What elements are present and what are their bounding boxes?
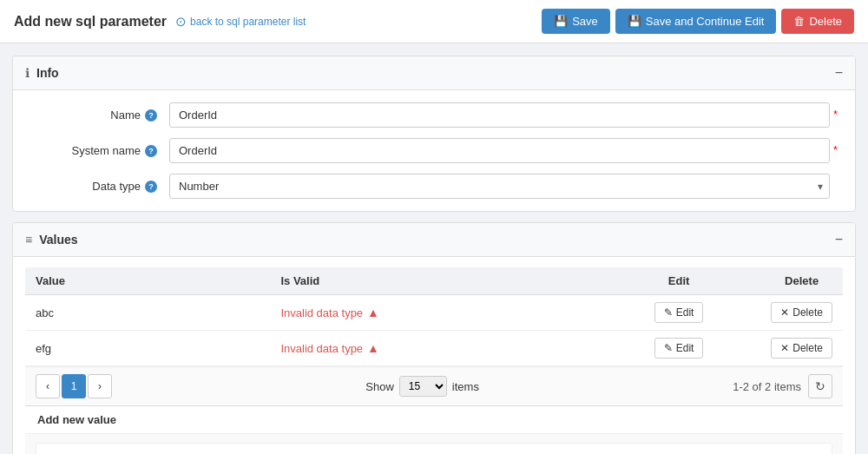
info-section-title: Info xyxy=(36,66,59,80)
refresh-button[interactable]: ↻ xyxy=(808,374,832,398)
prev-icon: ‹ xyxy=(46,380,49,392)
name-required-star: * xyxy=(833,102,838,121)
info-section-header: ℹ Info − xyxy=(13,56,855,90)
warning-triangle-icon-1: ▲ xyxy=(367,306,379,319)
col-delete-header: Delete xyxy=(760,267,843,295)
pencil-icon-2: ✎ xyxy=(664,342,673,354)
prev-page-button[interactable]: ‹ xyxy=(36,374,60,398)
row1-edit-cell: ✎ Edit xyxy=(638,295,720,331)
info-form-body: Name ? * System name ? * Data type ? xyxy=(13,90,855,211)
save-button[interactable]: 💾 Save xyxy=(542,9,610,34)
save-continue-button[interactable]: 💾 Save and Continue Edit xyxy=(615,9,777,34)
invalid-data-type-badge-2: Invalid data type ▲ xyxy=(280,341,545,355)
row2-delete-button[interactable]: ✕ Delete xyxy=(771,338,832,359)
table-header-row: Value Is Valid Edit Delete xyxy=(25,267,843,295)
page-1-label: 1 xyxy=(71,380,77,392)
page-1-button[interactable]: 1 xyxy=(62,374,86,398)
values-body: Value Is Valid Edit Delete xyxy=(13,257,855,454)
back-link[interactable]: ⊙ back to sql parameter list xyxy=(175,14,306,30)
col-spacer2-header xyxy=(720,267,760,295)
values-section: ≡ Values − Value Is Valid xyxy=(12,222,856,454)
data-type-select[interactable]: Number String Boolean Date xyxy=(169,174,830,199)
header-buttons: 💾 Save 💾 Save and Continue Edit 🗑 Delete xyxy=(542,9,854,34)
row2-value: efg xyxy=(25,331,270,366)
system-name-required-star: * xyxy=(833,138,838,156)
col-edit-header: Edit xyxy=(638,267,720,295)
show-label: Show xyxy=(365,380,394,393)
items-label: items xyxy=(452,380,479,393)
x-mark-icon-2: ✕ xyxy=(780,342,789,354)
row2-delete-cell: ✕ Delete xyxy=(760,331,843,366)
col-is-valid-header: Is Valid xyxy=(270,267,556,295)
main-content: ℹ Info − Name ? * System name ? xyxy=(0,43,868,454)
row1-delete-button[interactable]: ✕ Delete xyxy=(771,302,832,323)
system-name-input[interactable] xyxy=(169,138,830,163)
row2-is-valid: Invalid data type ▲ xyxy=(270,331,556,366)
values-section-header: ≡ Values − xyxy=(13,223,855,257)
info-collapse-icon[interactable]: − xyxy=(835,65,843,81)
col-value-header: Value xyxy=(25,267,270,295)
items-count: 1-2 of 2 items xyxy=(733,380,801,393)
row2-edit-button[interactable]: ✎ Edit xyxy=(654,338,704,359)
page-title: Add new sql parameter xyxy=(14,14,167,30)
row1-spacer xyxy=(556,295,638,331)
page-header: Add new sql parameter ⊙ back to sql para… xyxy=(0,0,868,43)
col-spacer-header xyxy=(556,267,638,295)
table-row: efg Invalid data type ▲ ✎ xyxy=(25,331,843,366)
values-table-body: abc Invalid data type ▲ ✎ xyxy=(25,295,843,366)
data-type-row: Data type ? Number String Boolean Date ▾… xyxy=(30,174,838,199)
values-section-icon: ≡ xyxy=(25,233,32,247)
delete-icon: 🗑 xyxy=(793,15,805,28)
row2-spacer2 xyxy=(720,331,760,366)
data-type-help-icon[interactable]: ? xyxy=(145,181,157,193)
info-section: ℹ Info − Name ? * System name ? xyxy=(12,56,856,212)
header-left: Add new sql parameter ⊙ back to sql para… xyxy=(14,14,306,30)
save-icon: 💾 xyxy=(554,15,568,28)
pagination-controls: ‹ 1 › xyxy=(36,374,112,398)
system-name-label: System name ? xyxy=(30,144,169,157)
delete-button[interactable]: 🗑 Delete xyxy=(781,9,854,34)
name-input[interactable] xyxy=(169,102,830,128)
values-section-title: Values xyxy=(39,233,77,247)
add-new-value-body: Value ? Add new value xyxy=(36,443,832,454)
next-icon: › xyxy=(98,380,102,392)
values-table: Value Is Valid Edit Delete xyxy=(25,267,843,366)
name-row: Name ? * xyxy=(30,102,838,128)
add-new-value-header: Add new value xyxy=(25,406,843,434)
row1-edit-button[interactable]: ✎ Edit xyxy=(654,302,704,323)
info-section-header-left: ℹ Info xyxy=(25,66,59,80)
back-link-text: back to sql parameter list xyxy=(190,16,306,28)
system-name-row: System name ? * xyxy=(30,138,838,163)
refresh-icon: ↻ xyxy=(815,379,825,393)
data-type-label: Data type ? xyxy=(30,180,169,193)
pencil-icon-1: ✎ xyxy=(664,306,673,319)
show-items-control: Show 15 25 50 100 items xyxy=(365,376,479,397)
next-page-button[interactable]: › xyxy=(88,374,112,398)
table-row: abc Invalid data type ▲ ✎ xyxy=(25,295,843,331)
x-mark-icon-1: ✕ xyxy=(780,306,789,319)
name-help-icon[interactable]: ? xyxy=(145,109,157,122)
values-collapse-icon[interactable]: − xyxy=(835,232,843,247)
name-label: Name ? xyxy=(30,109,169,122)
row2-spacer xyxy=(556,331,638,366)
row1-delete-cell: ✕ Delete xyxy=(760,295,843,331)
invalid-data-type-badge-1: Invalid data type ▲ xyxy=(280,306,545,319)
info-section-icon: ℹ xyxy=(25,66,30,80)
row1-value: abc xyxy=(25,295,270,331)
row1-spacer2 xyxy=(720,295,760,331)
pagination-bar: ‹ 1 › Show 15 25 50 100 xyxy=(25,366,843,405)
row1-is-valid: Invalid data type ▲ xyxy=(270,295,556,331)
show-count-select[interactable]: 15 25 50 100 xyxy=(399,376,447,397)
data-type-select-wrapper: Number String Boolean Date ▾ xyxy=(169,174,830,199)
back-circle-icon: ⊙ xyxy=(175,14,187,30)
add-new-value-section: Add new value Value ? Add new value xyxy=(25,405,843,454)
system-name-help-icon[interactable]: ? xyxy=(145,145,157,157)
save-continue-icon: 💾 xyxy=(628,15,641,28)
row2-edit-cell: ✎ Edit xyxy=(638,331,720,366)
warning-triangle-icon-2: ▲ xyxy=(367,341,379,355)
values-section-header-left: ≡ Values xyxy=(25,233,78,247)
